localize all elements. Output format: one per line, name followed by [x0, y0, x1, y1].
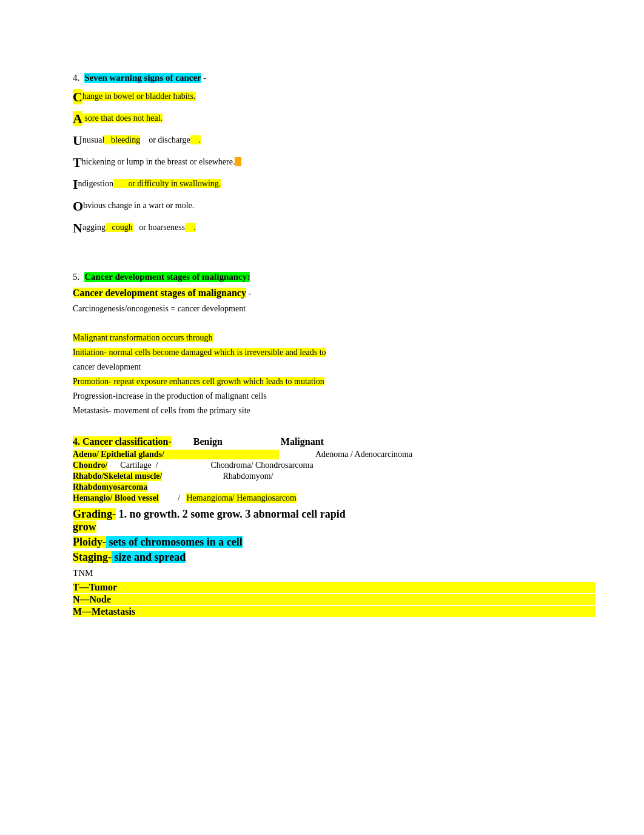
subtitle-dash: - [248, 289, 251, 298]
promotion-line: Promotion- repeat exposure enhances cell… [73, 375, 595, 388]
metastasis-line: Metastasis- movement of cells from the p… [73, 404, 595, 417]
text-u1: nusual [82, 135, 105, 144]
section-4-header: 4. Seven warning signs of cancer - [73, 73, 595, 83]
staging-row: Staging- size and spread [73, 551, 595, 564]
classification-row-rhabdo: Rhabdo/Skeletal muscle/ Rhabdomyom/ [73, 472, 595, 481]
text-i1: ndigestion [78, 179, 113, 188]
classification-row-rhabdo2: Rhabdomyosarcoma [73, 482, 595, 492]
section-5-header: 5. Cancer development stages of malignan… [73, 272, 595, 282]
tnm-header: TNM [73, 566, 595, 580]
carcinogenesis-text: Carcinogenesis/oncogenesis = cancer deve… [73, 304, 246, 313]
text-n3: or hoarseness [133, 223, 185, 232]
hemangio-col2: Hemangioma/ Hemangiosarcom [186, 493, 297, 503]
m-item: M—Metastasis [73, 606, 595, 617]
warning-i: Indigestion or difficulty in swallowing. [73, 174, 595, 194]
section-5-number: 5. [73, 272, 79, 282]
carcinogenesis-line: Carcinogenesis/oncogenesis = cancer deve… [73, 302, 595, 315]
text-n1: agging [82, 223, 106, 232]
text-t-hl [235, 157, 241, 166]
section-5: 5. Cancer development stages of malignan… [73, 272, 595, 417]
rhabdo-col1: Rhabdo/Skeletal muscle/ [73, 472, 162, 481]
text-u4: . [190, 135, 201, 144]
section-4-number: 4. [73, 73, 79, 83]
letter-a: A [73, 111, 82, 126]
chondro-col1b: Cartilage [107, 461, 151, 470]
initiation-text2: cancer development [73, 362, 141, 371]
t-item: T—Tumor [73, 582, 595, 593]
col-benign: Benign [172, 436, 244, 447]
ploidy-text: sets of chromosomes in a cell [106, 536, 243, 548]
section-5-subtitle: Cancer development stages of malignancy … [73, 286, 595, 300]
letter-o: O [73, 198, 83, 214]
classification-header: 4. Cancer classification- [73, 436, 172, 447]
tnm-block: TNM T—Tumor N—Node M—Metastasis [73, 566, 595, 617]
chondro-col2: Chondroma/ Chondrosarcoma [211, 461, 314, 470]
progression-line: Progression-increase in the production o… [73, 390, 595, 402]
adeno-col2: Adenoma / Adenocarcinoma [315, 450, 412, 459]
text-n2: cough [106, 223, 133, 232]
letter-t: T [73, 155, 82, 170]
warning-o: Obvious change in a wart or mole. [73, 196, 595, 216]
warning-c: Change in bowel or bladder habits. [73, 87, 595, 107]
letter-n: N [73, 220, 82, 235]
grading-label: Grading- [73, 508, 116, 520]
mal-transform-text: Malignant transformation occurs through [73, 333, 213, 342]
text-a: sore that does not heal. [82, 113, 163, 123]
text-u3: or discharge [140, 135, 190, 144]
letter-u: U [73, 133, 82, 148]
text-t: hickening or lump in the breast or elsew… [82, 157, 235, 166]
grading-text2: grow [73, 521, 96, 533]
metastasis-text: Metastasis- movement of cells from the p… [73, 406, 250, 415]
letter-i: I [73, 177, 78, 192]
warning-t: Thickening or lump in the breast or else… [73, 152, 595, 172]
rhabdo2-col1: Rhabdomyosarcoma [73, 482, 147, 492]
chondro-col1a: Chondro/ [73, 461, 107, 470]
warning-a: A sore that does not heal. [73, 109, 595, 129]
spacer-1 [73, 257, 595, 272]
chondro-sep: / [152, 461, 163, 470]
subtitle-text: Cancer development stages of malignancy [73, 288, 246, 298]
text-c: hange in bowel or bladder habits. [82, 92, 196, 101]
promotion-text: Promotion- repeat exposure enhances cell… [73, 377, 324, 386]
classification-row-chondro: Chondro/ Cartilage / Chondroma/ Chondros… [73, 461, 595, 470]
ploidy-row: Ploidy- sets of chromosomes in a cell [73, 536, 595, 549]
col-malignant: Malignant [281, 436, 324, 447]
spacer-2 [73, 317, 595, 331]
warning-u: Unusual bleeding or discharge . [73, 130, 595, 150]
section-4: 4. Seven warning signs of cancer - Chang… [73, 73, 595, 238]
staging-text: size and spread [112, 551, 186, 563]
classification-header-row: 4. Cancer classification- Benign Maligna… [73, 436, 595, 447]
ploidy-label: Ploidy- [73, 536, 106, 548]
text-o: bvious change in a wart or mole. [83, 201, 194, 210]
text-n4: . [185, 223, 196, 232]
section-4-title: Seven warning signs of cancer [84, 73, 201, 83]
n-item: N—Node [73, 594, 595, 605]
progression-text: Progression-increase in the production o… [73, 391, 267, 401]
hemangio-sep: / [159, 493, 187, 503]
text-i2: or difficulty in swallowing. [113, 179, 221, 188]
tnm-text: TNM [73, 568, 93, 578]
text-u2: bleeding [104, 135, 140, 144]
grading-row: Grading- 1. no growth. 2 some grow. 3 ab… [73, 508, 595, 533]
classification-section: 4. Cancer classification- Benign Maligna… [73, 436, 595, 617]
hemangio-col1: Hemangio/ Blood vessel [73, 493, 159, 503]
initiation-line: Initiation- normal cells become damaged … [73, 346, 595, 359]
initiation-text: Initiation- normal cells become damaged … [73, 348, 326, 357]
rhabdo-col2: Rhabdomyom/ [223, 472, 273, 481]
classification-row-adeno: Adeno/ Epithelial glands/ Adenoma / Aden… [73, 450, 595, 459]
classification-row-hemangio: Hemangio/ Blood vessel / Hemangioma/ Hem… [73, 493, 595, 503]
staging-label: Staging- [73, 551, 112, 563]
section-5-title: Cancer development stages of malignancy: [84, 272, 250, 282]
section-4-dash: - [201, 73, 206, 83]
initiation-line2: cancer development [73, 360, 595, 373]
mal-transform-line: Malignant transformation occurs through [73, 331, 595, 344]
letter-c: C [73, 89, 82, 104]
grading-text: 1. no growth. 2 some grow. 3 abnormal ce… [116, 508, 346, 520]
adeno-col1: Adeno/ Epithelial glands/ [73, 450, 279, 459]
warning-n: Nagging cough or hoarseness . [73, 218, 595, 238]
